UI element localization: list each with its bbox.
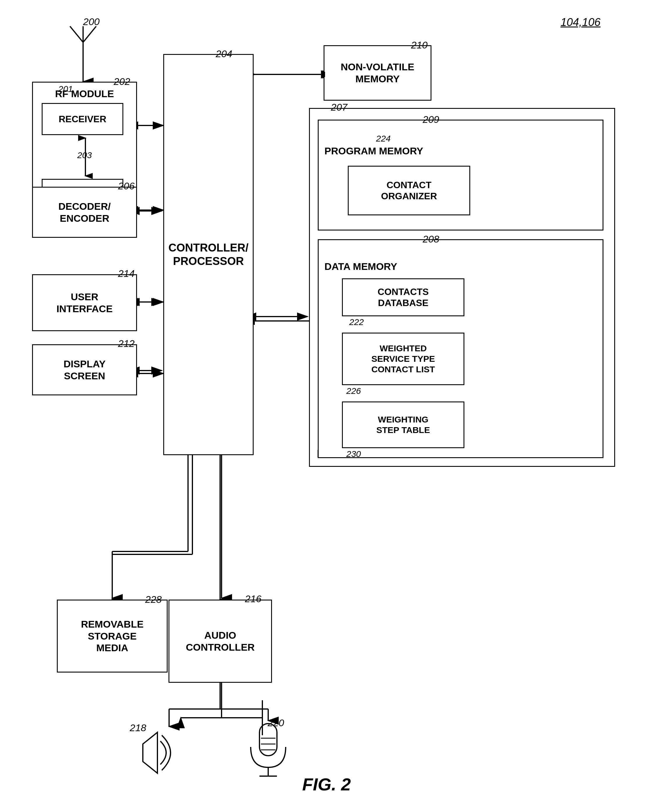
decoder-encoder-box: DECODER/ ENCODER xyxy=(32,187,137,238)
display-screen-box: DISPLAY SCREEN xyxy=(32,344,137,395)
data-memory-box: DATA MEMORY CONTACTS DATABASE 222 WEIGHT… xyxy=(318,239,603,458)
receiver-label: RECEIVER xyxy=(59,113,107,125)
contact-organizer-box: CONTACT ORGANIZER xyxy=(348,166,470,215)
program-memory-label: PROGRAM MEMORY xyxy=(324,145,423,157)
ref-weighted-service: 226 xyxy=(346,386,361,396)
disp-ctrl-arrow xyxy=(137,363,165,378)
contact-organizer-label: CONTACT ORGANIZER xyxy=(381,179,437,202)
display-screen-label: DISPLAY SCREEN xyxy=(64,358,105,382)
weighting-step-box: WEIGHTING STEP TABLE xyxy=(342,401,464,448)
controller-box: CONTROLLER/ PROCESSOR xyxy=(163,54,254,455)
svg-line-10 xyxy=(83,26,96,42)
rf-module-label: RF MODULE xyxy=(33,88,136,100)
ref-rf-module: 202 xyxy=(114,76,130,87)
ref-203: 203 xyxy=(77,150,92,160)
weighted-service-label: WEIGHTED SERVICE TYPE CONTACT LIST xyxy=(371,343,435,375)
ref-speaker: 218 xyxy=(130,722,146,734)
ref-nvm: 210 xyxy=(411,40,428,51)
ref-contacts-db: 222 xyxy=(349,317,364,327)
ref-contact-organizer: 224 xyxy=(376,134,391,143)
ref-user-interface: 214 xyxy=(118,268,135,279)
ref-main-memory: 207 xyxy=(331,102,347,113)
controller-label: CONTROLLER/ PROCESSOR xyxy=(169,241,248,268)
data-memory-label: DATA MEMORY xyxy=(324,261,397,273)
microphone-icon xyxy=(245,721,292,779)
ref-rf-inner: 201 xyxy=(58,84,73,94)
ref-removable-storage: 228 xyxy=(145,594,162,605)
removable-storage-box: REMOVABLE STORAGE MEDIA xyxy=(57,600,167,673)
ref-audio-controller: 216 xyxy=(245,593,262,604)
user-interface-label: USER INTERFACE xyxy=(56,291,113,315)
user-interface-box: USER INTERFACE xyxy=(32,274,137,331)
title-ref: 104,106 xyxy=(560,16,601,29)
contacts-db-label: CONTACTS DATABASE xyxy=(377,286,429,309)
weighted-service-box: WEIGHTED SERVICE TYPE CONTACT LIST xyxy=(342,333,464,385)
ref-program-memory: 209 xyxy=(423,114,439,125)
speaker-icon xyxy=(134,727,192,779)
removable-storage-label: REMOVABLE STORAGE MEDIA xyxy=(81,618,144,654)
svg-line-8 xyxy=(70,26,83,42)
nvm-label: NON-VOLATILE MEMORY xyxy=(341,61,414,85)
ref-display: 212 xyxy=(118,338,135,349)
program-memory-box: PROGRAM MEMORY CONTACT ORGANIZER xyxy=(318,120,603,230)
diagram: 104,106 200 RF MODULE RECEIVER TRANSMITT… xyxy=(0,0,653,812)
audio-controller-box: AUDIO CONTROLLER xyxy=(169,600,272,683)
figure-caption: FIG. 2 xyxy=(302,774,351,795)
ref-data-memory: 208 xyxy=(423,234,439,245)
ref-controller: 204 xyxy=(216,48,232,60)
svg-marker-58 xyxy=(143,733,157,773)
decoder-encoder-label: DECODER/ ENCODER xyxy=(58,200,111,224)
receiver-box: RECEIVER xyxy=(42,103,123,135)
dec-ctrl-arrow xyxy=(137,204,165,218)
ref-microphone: 220 xyxy=(268,717,284,728)
weighting-step-label: WEIGHTING STEP TABLE xyxy=(376,414,430,435)
ref-antenna: 200 xyxy=(83,16,100,27)
ctrl-mem-arrow xyxy=(254,309,311,324)
ui-ctrl-arrow xyxy=(137,295,165,309)
nvm-ctrl-arrow xyxy=(254,67,325,82)
nvm-box: NON-VOLATILE MEMORY xyxy=(324,45,431,101)
contacts-db-box: CONTACTS DATABASE xyxy=(342,278,464,316)
ref-decoder: 206 xyxy=(118,180,135,192)
ref-weighting-step: 230 xyxy=(346,449,361,459)
audio-controller-label: AUDIO CONTROLLER xyxy=(186,629,254,653)
